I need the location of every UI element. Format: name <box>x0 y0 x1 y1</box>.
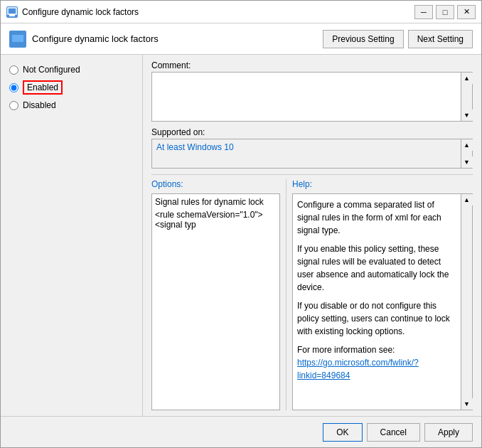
not-configured-label: Not Configured <box>23 65 80 75</box>
svg-rect-0 <box>8 8 16 14</box>
help-scroll-up[interactable]: ▲ <box>461 194 473 206</box>
supported-section: Supported on: At least Windows 10 ▲ ▼ <box>151 127 473 169</box>
disabled-label: Disabled <box>23 100 56 110</box>
supported-scroll-up[interactable]: ▲ <box>461 139 473 151</box>
supported-value: At least Windows 10 <box>152 139 461 168</box>
previous-setting-button[interactable]: Previous Setting <box>323 30 403 48</box>
options-title: Options: <box>151 179 280 189</box>
close-button[interactable]: ✕ <box>457 5 476 19</box>
comment-label: Comment: <box>151 60 473 70</box>
not-configured-option[interactable]: Not Configured <box>9 65 134 75</box>
svg-rect-1 <box>9 14 15 16</box>
help-scrollbar: ▲ ▼ <box>461 194 472 410</box>
enabled-option[interactable]: Enabled <box>9 80 134 95</box>
help-link[interactable]: https://go.microsoft.com/fwlink/?linkid=… <box>297 358 419 380</box>
maximize-button[interactable]: □ <box>436 5 454 19</box>
help-para-4: For more information see: https://go.mic… <box>297 343 458 382</box>
supported-scroll-down[interactable]: ▼ <box>461 156 473 168</box>
disabled-radio[interactable] <box>9 101 18 110</box>
comment-scroll-up[interactable]: ▲ <box>461 73 473 84</box>
signal-rules-label: Signal rules for dynamic lock <box>155 197 277 207</box>
content-area: Not Configured Enabled Disabled Comment: <box>1 55 481 416</box>
footer: OK Cancel Apply <box>1 416 481 447</box>
help-para-3: If you disable or do not configure this … <box>297 299 458 338</box>
enabled-label: Enabled <box>23 80 63 95</box>
comment-scroll-down[interactable]: ▼ <box>461 110 473 121</box>
not-configured-radio[interactable] <box>9 65 18 75</box>
help-title: Help: <box>292 179 473 189</box>
signal-rules-value[interactable]: <rule schemaVersion="1.0"> <signal typ <box>155 210 277 230</box>
radio-group: Not Configured Enabled Disabled <box>9 65 134 110</box>
window: Configure dynamic lock factors ─ □ ✕ Con… <box>0 0 482 448</box>
supported-scrollbar: ▲ ▼ <box>461 139 472 168</box>
header-title: Configure dynamic lock factors <box>32 33 323 44</box>
help-content-wrapper: Configure a comma separated list of sign… <box>292 193 473 410</box>
help-scroll-down[interactable]: ▼ <box>461 398 473 410</box>
header-buttons: Previous Setting Next Setting <box>323 30 473 48</box>
next-setting-button[interactable]: Next Setting <box>408 30 473 48</box>
cancel-button[interactable]: Cancel <box>367 423 420 442</box>
help-content: Configure a comma separated list of sign… <box>293 194 472 410</box>
svg-rect-4 <box>15 43 21 46</box>
header-icon <box>9 31 26 48</box>
comment-field-wrapper: ▲ ▼ <box>151 72 473 122</box>
comment-scrollbar: ▲ ▼ <box>461 73 472 121</box>
apply-button[interactable]: Apply <box>424 423 473 442</box>
right-panel: Comment: ▲ ▼ Supported on: At least Wind… <box>143 55 481 416</box>
supported-value-wrapper: At least Windows 10 ▲ ▼ <box>151 139 473 169</box>
options-column: Options: Signal rules for dynamic lock <… <box>151 179 286 410</box>
title-bar: Configure dynamic lock factors ─ □ ✕ <box>1 1 481 23</box>
window-title: Configure dynamic lock factors <box>22 7 414 17</box>
help-para-1: Configure a comma separated list of sign… <box>297 198 458 237</box>
signal-rules-box: Signal rules for dynamic lock <rule sche… <box>151 193 280 410</box>
comment-textarea[interactable] <box>152 73 461 121</box>
disabled-option[interactable]: Disabled <box>9 100 134 110</box>
left-panel: Not Configured Enabled Disabled <box>1 55 143 416</box>
title-bar-controls: ─ □ ✕ <box>414 5 476 19</box>
minimize-button[interactable]: ─ <box>414 5 433 19</box>
svg-rect-3 <box>12 35 23 42</box>
enabled-radio[interactable] <box>9 83 18 92</box>
comment-section: Comment: ▲ ▼ <box>151 60 473 122</box>
help-para-4-text: For more information see: <box>297 345 395 355</box>
header-section: Configure dynamic lock factors Previous … <box>1 23 481 55</box>
ok-button[interactable]: OK <box>323 423 362 442</box>
supported-label: Supported on: <box>151 127 473 137</box>
options-help-section: Options: Signal rules for dynamic lock <… <box>151 174 473 410</box>
window-icon <box>6 6 18 18</box>
help-column: Help: Configure a comma separated list o… <box>286 179 473 410</box>
help-para-2: If you enable this policy setting, these… <box>297 242 458 294</box>
